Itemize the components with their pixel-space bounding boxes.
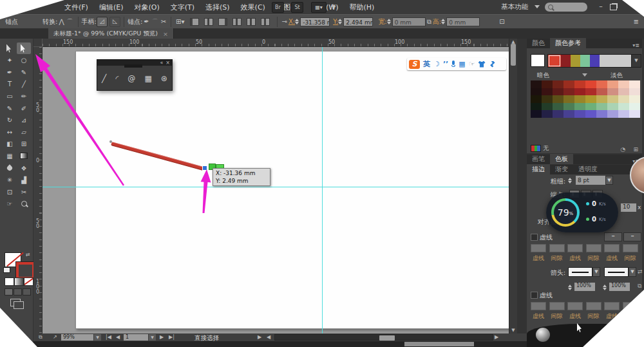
arrowhead-end-dropdown[interactable]	[604, 267, 629, 277]
menu-item-3[interactable]: 对象(O)	[134, 3, 159, 12]
variation-swatch[interactable]	[585, 95, 596, 103]
dash-input-4[interactable]	[586, 302, 601, 310]
gradient-tool[interactable]	[17, 150, 31, 162]
edit-colors-icon[interactable]: ◔	[620, 146, 625, 153]
tab-color[interactable]: 颜色	[527, 38, 550, 48]
line-segment-tool[interactable]: ╱	[17, 79, 31, 90]
convert-corner-icon[interactable]: ⋀	[59, 18, 64, 25]
tab-swatches[interactable]: 色板	[550, 154, 573, 164]
line-segment-tool[interactable]: ╱	[102, 74, 106, 83]
collapse-icon[interactable]: «	[160, 61, 163, 66]
variation-swatch[interactable]	[629, 103, 640, 111]
panel-options-icon[interactable]: ≣	[634, 18, 639, 25]
show-handles-button[interactable]: ◿	[97, 17, 108, 27]
variations-chevron-icon[interactable]	[582, 73, 587, 77]
variation-swatch[interactable]	[531, 95, 542, 103]
variation-swatch[interactable]	[553, 95, 564, 103]
variation-swatch[interactable]	[564, 80, 574, 88]
arrowhead-start-dropdown[interactable]	[568, 267, 592, 277]
publish-icon[interactable]: ↗	[53, 333, 57, 341]
variation-swatch[interactable]	[564, 110, 574, 118]
hscroll-left-icon[interactable]: ◀	[267, 333, 270, 341]
variation-swatch[interactable]	[596, 95, 607, 103]
variation-swatch[interactable]	[542, 103, 553, 111]
column-graph-tool[interactable]: ▟	[17, 174, 31, 186]
toolbox-icon[interactable]	[489, 61, 495, 68]
menu-item-4[interactable]: 文字(T)	[171, 3, 194, 12]
artboard-dropdown-icon[interactable]: ▼	[149, 334, 156, 341]
zoom-dropdown-icon[interactable]: ▼	[94, 334, 101, 341]
network-speed-widget[interactable]: 79% 0 K/s 0 K/s	[546, 192, 618, 232]
current-color-swatch[interactable]	[531, 54, 545, 67]
slice-tool[interactable]: ✂	[17, 186, 31, 198]
weight-value-field[interactable]: 8 pt	[576, 176, 605, 185]
document-tab[interactable]: 未标题-1* @ 99% (CMYK/GPU 预览) ×	[48, 28, 174, 39]
ime-mode-label[interactable]: 英	[423, 59, 430, 69]
arrange-documents-icon[interactable]: ▦▾	[311, 2, 327, 13]
dash-align-button[interactable]: ┅	[623, 232, 641, 241]
menu-item-6[interactable]: 效果(C)	[241, 3, 265, 12]
arrowhead-end-dropdown-icon[interactable]: ▼	[629, 267, 636, 277]
arrowhead-start-dropdown-icon[interactable]: ▼	[592, 267, 600, 277]
convert-smooth-icon[interactable]: ⌒	[67, 17, 73, 26]
menu-item-9[interactable]: 帮助(H)	[349, 3, 374, 12]
connect-anchor-icon[interactable]: ⌒	[152, 17, 158, 26]
width-stepper[interactable]	[387, 17, 392, 26]
dash-input-3[interactable]	[567, 302, 583, 310]
gradient-mode-button[interactable]	[14, 277, 24, 286]
last-artboard-icon[interactable]: ▶|	[169, 333, 175, 341]
height-value-field[interactable]: 0 mm	[446, 17, 480, 26]
variation-swatch[interactable]	[607, 103, 618, 111]
zoom-tool[interactable]	[17, 198, 31, 210]
align-icon-6[interactable]	[261, 18, 270, 26]
variation-swatch[interactable]	[596, 88, 607, 96]
dash-input-2[interactable]	[549, 244, 565, 252]
draw-normal-button[interactable]	[5, 288, 13, 295]
scale-tool[interactable]: ⊿	[17, 115, 31, 126]
align-dropdown-icon[interactable]: ⊞▾	[176, 18, 184, 25]
polar-grid-tool[interactable]: ⊛	[161, 74, 167, 83]
handwriting-icon[interactable]: ☞	[469, 61, 475, 68]
vertical-guide[interactable]	[322, 47, 323, 333]
workspace-switcher[interactable]: 基本功能	[501, 3, 528, 12]
dashed-checkbox[interactable]	[531, 234, 538, 241]
link-dimensions-icon[interactable]: ⧉	[427, 18, 431, 26]
menu-item-1[interactable]: 文件(F)	[64, 3, 88, 12]
variation-swatch[interactable]	[607, 80, 618, 88]
bridge-button[interactable]: Br	[272, 2, 284, 13]
vertical-scrollbar[interactable]: ▲ ▼	[509, 39, 517, 333]
variation-swatch[interactable]	[585, 110, 596, 118]
variation-swatch[interactable]	[629, 110, 640, 118]
isolate-icon[interactable]: ⊸	[282, 18, 287, 25]
harmony-colors-strip[interactable]	[547, 54, 632, 68]
align-icon-3[interactable]	[218, 18, 227, 26]
stock-button[interactable]: St	[291, 2, 303, 13]
magic-wand-tool[interactable]: ✦	[3, 55, 17, 66]
tab-stroke[interactable]: 描边	[527, 164, 550, 174]
align-icon-2[interactable]	[204, 18, 213, 26]
menu-item-2[interactable]: 编辑(E)	[99, 3, 124, 12]
variation-swatch[interactable]	[618, 88, 629, 96]
variation-swatch[interactable]	[564, 95, 574, 103]
screen-mode-icon[interactable]	[10, 299, 21, 306]
variation-swatch[interactable]	[574, 110, 585, 118]
eyedropper-tool[interactable]	[3, 162, 17, 174]
shaper-tool[interactable]: ✐	[17, 102, 31, 114]
next-artboard-icon[interactable]: ▶	[160, 333, 164, 341]
share-icon[interactable]: ✈	[330, 3, 336, 11]
variation-swatch[interactable]	[596, 80, 607, 88]
microphone-icon[interactable]	[451, 61, 455, 68]
arrow-scale-end-field[interactable]: 100%	[609, 283, 630, 291]
panel-menu-icon[interactable]: ▾≣	[632, 42, 639, 48]
default-fill-stroke-icon[interactable]	[3, 267, 10, 273]
close-tab-icon[interactable]: ×	[163, 30, 168, 37]
swap-arrowheads-icon[interactable]: ⇄	[638, 268, 643, 275]
variation-swatch[interactable]	[607, 88, 618, 96]
rectangle-tool[interactable]: ▭	[3, 90, 17, 102]
variation-swatch[interactable]	[542, 80, 553, 88]
variation-swatch[interactable]	[564, 88, 574, 96]
variation-swatch[interactable]	[585, 80, 596, 88]
dash-input-5[interactable]	[604, 244, 620, 252]
harmony-swatch-1[interactable]	[548, 55, 561, 67]
swap-fill-stroke-icon[interactable]: ⇄	[26, 252, 30, 258]
